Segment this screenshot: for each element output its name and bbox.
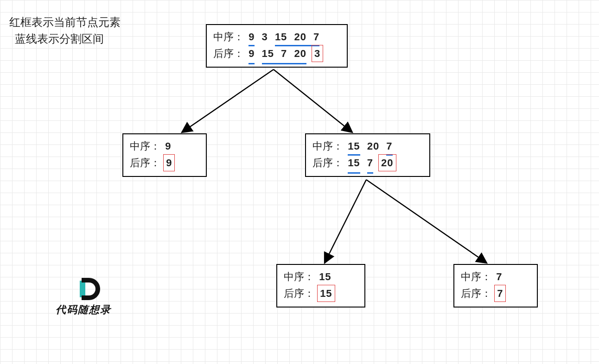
watermark-logo-icon [80, 278, 102, 300]
right-right-postorder: 7 [494, 288, 506, 299]
watermark: 代码随想录 [56, 278, 111, 317]
node-right: 中序： 15 20 7 后序： 15 7 20 [305, 133, 430, 177]
node-right-left: 中序： 15 后序： 15 [276, 264, 365, 308]
right-inorder: 15 20 7 [346, 140, 394, 152]
right-right-inorder: 7 [494, 271, 504, 282]
watermark-text: 代码随想录 [56, 303, 111, 317]
root-inorder: 9 3 15 20 7 [247, 31, 321, 43]
node-left: 中序： 9 后序： 9 [122, 133, 207, 177]
legend-line-1: 红框表示当前节点元素 [9, 14, 121, 31]
left-postorder: 9 [163, 157, 175, 169]
right-left-postorder: 15 [317, 288, 335, 299]
legend-line-2: 蓝线表示分割区间 [15, 31, 121, 47]
left-inorder: 9 [163, 140, 173, 152]
label-inorder: 中序： [213, 29, 244, 45]
right-postorder: 15 7 20 [346, 157, 396, 169]
node-right-right: 中序： 7 后序： 7 [453, 264, 538, 308]
label-postorder: 后序： [213, 45, 244, 62]
legend: 红框表示当前节点元素 蓝线表示分割区间 [9, 14, 121, 47]
root-postorder: 9 15 7 20 3 [247, 48, 323, 59]
node-root: 中序： 9 3 15 20 7 后序： 9 15 7 20 3 [206, 24, 348, 68]
right-left-inorder: 15 [317, 271, 333, 282]
